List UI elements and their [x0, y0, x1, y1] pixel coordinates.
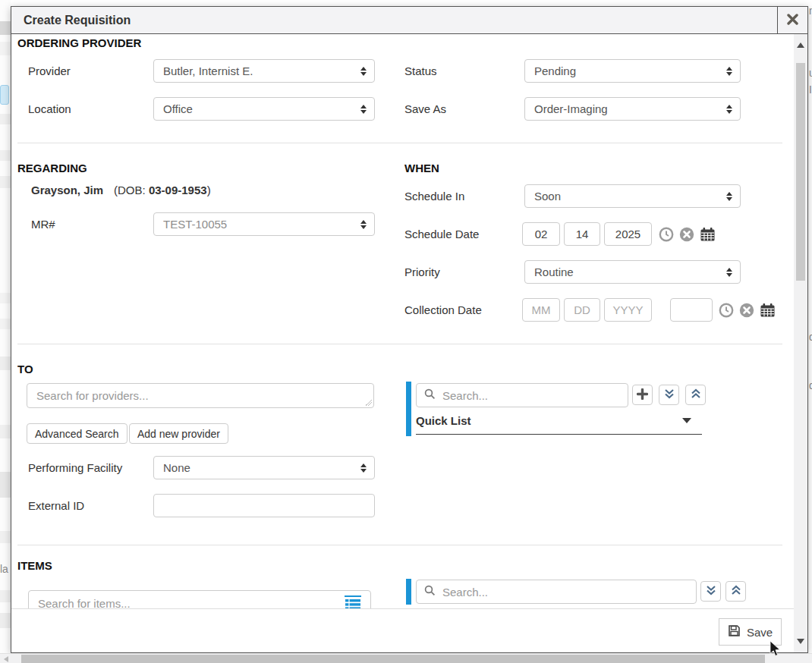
collection-month-input[interactable]: [522, 298, 560, 322]
calendar-icon[interactable]: [700, 227, 716, 245]
select-arrows-icon: [360, 105, 367, 114]
collection-year-input[interactable]: [604, 298, 652, 322]
schedule-in-label: Schedule In: [404, 184, 464, 208]
items-quick-search-box: [416, 580, 697, 604]
to-quick-search-box: [416, 383, 628, 407]
section-divider: [17, 344, 782, 344]
dialog-header[interactable]: Create Requisition: [11, 7, 807, 34]
add-new-provider-button[interactable]: Add new provider: [129, 423, 228, 444]
background-text-fragment: la: [0, 563, 8, 575]
background-toolbar-fragment: [0, 21, 11, 35]
select-arrows-icon: [726, 105, 732, 114]
select-arrows-icon: [360, 67, 367, 76]
location-label: Location: [28, 97, 71, 121]
priority-label: Priority: [404, 260, 440, 284]
section-items: ITEMS: [17, 559, 52, 572]
create-requisition-dialog: Create Requisition ORDERING PROVIDER Pro…: [11, 6, 808, 653]
clock-icon[interactable]: [719, 303, 734, 321]
quick-list-underline: [416, 434, 702, 435]
select-arrows-icon: [726, 268, 732, 277]
save-button[interactable]: Save: [719, 618, 782, 646]
calendar-icon[interactable]: [760, 303, 776, 321]
performing-facility-label: Performing Facility: [28, 456, 122, 479]
scroll-left-icon[interactable]: [4, 656, 8, 662]
clock-icon[interactable]: [659, 227, 674, 245]
plus-icon: [637, 388, 648, 402]
select-arrows-icon: [726, 192, 732, 201]
patient-line: Grayson, Jim(DOB: 03-09-1953): [31, 184, 211, 196]
provider-label: Provider: [28, 59, 71, 83]
quick-panel-accent-bar: [406, 579, 411, 605]
background-right-strip: n ur In de de: [809, 0, 812, 663]
section-divider: [17, 545, 782, 545]
section-to: TO: [17, 363, 33, 375]
add-provider-quick-button[interactable]: [632, 385, 653, 405]
section-regarding: REGARDING: [17, 162, 87, 174]
status-select[interactable]: Pending: [524, 59, 741, 83]
select-arrows-icon: [360, 463, 367, 473]
section-when: WHEN: [404, 162, 439, 174]
collapse-all-button[interactable]: [725, 581, 746, 602]
schedule-year-input[interactable]: [604, 222, 652, 246]
resize-handle[interactable]: [364, 398, 372, 406]
provider-search-area: [27, 383, 374, 408]
priority-select[interactable]: Routine: [524, 260, 741, 284]
save-icon: [728, 624, 741, 639]
to-quick-search-input[interactable]: [441, 388, 620, 403]
schedule-date-label: Schedule Date: [404, 222, 479, 246]
provider-select[interactable]: Butler, Internist E.: [153, 59, 375, 83]
patient-dob: (DOB: 03-09-1953): [114, 184, 211, 196]
horizontal-scrollbar-thumb[interactable]: [21, 655, 765, 663]
provider-search-input[interactable]: [35, 388, 363, 403]
horizontal-scrollbar[interactable]: [0, 653, 812, 663]
vertical-scrollbar[interactable]: [794, 34, 807, 652]
save-as-label: Save As: [404, 97, 446, 121]
status-label: Status: [404, 59, 437, 83]
clear-date-icon[interactable]: [679, 227, 694, 245]
scroll-down-icon[interactable]: [797, 639, 804, 644]
double-chevron-down-icon: [706, 585, 716, 599]
save-label: Save: [747, 626, 773, 639]
collapse-all-button[interactable]: [685, 385, 706, 405]
vertical-scrollbar-thumb[interactable]: [796, 63, 805, 281]
quick-list-header[interactable]: Quick List: [416, 414, 471, 427]
external-id-input[interactable]: [153, 494, 375, 517]
search-icon: [424, 388, 436, 403]
quick-list-caret-icon[interactable]: [682, 418, 691, 423]
dialog-title: Create Requisition: [11, 14, 131, 27]
background-blue-button-fragment: [0, 85, 9, 105]
dialog-body: ORDERING PROVIDER Provider Butler, Inter…: [11, 34, 807, 652]
select-arrows-icon: [726, 67, 732, 76]
location-select[interactable]: Office: [153, 97, 375, 121]
double-chevron-up-icon: [691, 388, 701, 402]
external-id-label: External ID: [28, 494, 84, 517]
schedule-month-input[interactable]: [522, 222, 560, 246]
schedule-in-select[interactable]: Soon: [524, 184, 741, 208]
select-arrows-icon: [360, 220, 367, 229]
mr-label: MR#: [31, 212, 55, 236]
advanced-search-button[interactable]: Advanced Search: [27, 423, 127, 444]
items-quick-search-input[interactable]: [441, 585, 688, 599]
double-chevron-up-icon: [731, 585, 741, 599]
performing-facility-select[interactable]: None: [153, 456, 375, 479]
double-chevron-down-icon: [664, 388, 675, 402]
collection-date-label: Collection Date: [404, 298, 482, 322]
expand-all-button[interactable]: [659, 385, 679, 405]
close-icon: [787, 14, 798, 27]
close-button[interactable]: [777, 7, 807, 33]
background-left-strip: la: [0, 0, 11, 663]
section-ordering-provider: ORDERING PROVIDER: [17, 36, 141, 49]
patient-name: Grayson, Jim: [31, 184, 103, 196]
section-divider: [17, 143, 782, 143]
clear-date-icon[interactable]: [739, 303, 754, 321]
quick-panel-accent-bar: [406, 382, 411, 436]
collection-time-input[interactable]: [670, 298, 713, 322]
save-as-select[interactable]: Order-Imaging: [524, 97, 741, 121]
dialog-footer: Save: [11, 608, 794, 652]
schedule-day-input[interactable]: [564, 222, 600, 246]
scroll-up-icon[interactable]: [797, 42, 804, 48]
search-icon: [424, 585, 436, 599]
mr-select[interactable]: TEST-10055: [153, 212, 375, 236]
expand-all-button[interactable]: [700, 581, 721, 602]
collection-day-input[interactable]: [564, 298, 600, 322]
